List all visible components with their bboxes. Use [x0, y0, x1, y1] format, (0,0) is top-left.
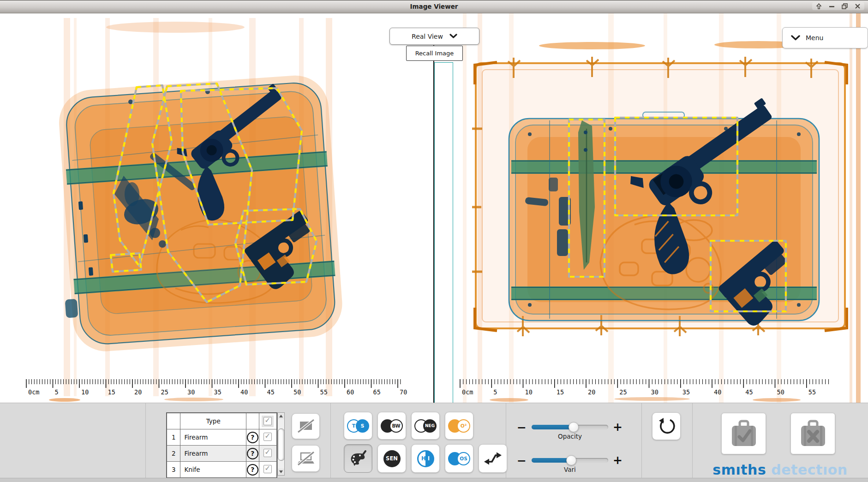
palette-filter-button[interactable] — [344, 444, 372, 473]
reset-view-button[interactable] — [652, 412, 681, 440]
hide-laptop-view-button[interactable] — [292, 445, 320, 472]
row-checkbox[interactable]: ✓ — [263, 449, 272, 457]
smiths-detection-logo: smıths detectıon — [692, 462, 868, 478]
section-divider — [145, 403, 146, 478]
brand-secondary: detectıon — [771, 462, 847, 478]
vari-slider-knob[interactable] — [566, 455, 576, 465]
vari-slider-label: Vari — [532, 466, 608, 473]
help-cell: ? — [246, 462, 259, 478]
svg-text:5: 5 — [493, 388, 497, 396]
view-selector-dropdown[interactable]: Real View — [389, 28, 479, 45]
svg-text:0cm: 0cm — [28, 388, 39, 396]
question-icon[interactable]: ? — [247, 464, 258, 476]
right-xray-image[interactable]: 0cm510152025303540455055 — [454, 13, 868, 403]
vari-decrease-button[interactable]: − — [517, 456, 527, 465]
recall-image-label: Recall Image — [415, 50, 454, 57]
svg-text:20: 20 — [134, 388, 142, 396]
svg-text:55: 55 — [808, 388, 816, 396]
opacity-slider-track[interactable] — [532, 425, 608, 429]
threat-table: Type ✓ 1 Firearm ? ✓ 2 Firearm ? ✓ 3 Kni… — [166, 412, 277, 478]
close-icon[interactable] — [855, 3, 861, 9]
question-icon[interactable]: ? — [247, 432, 258, 443]
sen-icon: SEN — [383, 450, 401, 467]
table-scrollbar[interactable] — [277, 412, 285, 476]
sen-filter-button[interactable]: SEN — [377, 444, 406, 473]
svg-text:50: 50 — [293, 388, 301, 396]
row-number: 3 — [167, 462, 180, 478]
restore-icon[interactable] — [842, 3, 848, 9]
os-filter-button[interactable]: OS — [445, 444, 473, 473]
hide-image-button[interactable] — [292, 413, 320, 439]
threat-type: Knife — [180, 462, 246, 478]
svg-text:65: 65 — [373, 388, 381, 396]
left-xray-image[interactable]: 0cm510152025303540455055606570 — [0, 13, 433, 403]
pin-window-icon[interactable] — [816, 3, 822, 9]
svg-text:40: 40 — [240, 388, 248, 396]
left-ruler: 0cm510152025303540455055606570 — [26, 379, 407, 396]
accept-bag-button[interactable] — [721, 413, 766, 454]
header-select-all: ✓ — [259, 413, 276, 429]
svg-text:25: 25 — [161, 388, 168, 396]
opacity-slider-label: Opacity — [532, 433, 608, 440]
svg-text:55: 55 — [320, 388, 328, 396]
svg-text:25: 25 — [619, 388, 627, 396]
menu-button[interactable]: Menu — [782, 27, 868, 48]
hi-filter-button[interactable]: H I — [411, 444, 440, 473]
transfer-curve-button[interactable] — [479, 444, 507, 473]
vari-increase-button[interactable]: + — [613, 456, 623, 465]
svg-text:40: 40 — [714, 388, 721, 396]
svg-text:45: 45 — [267, 388, 275, 396]
check-cell: ✓ — [259, 446, 276, 462]
svg-text:5: 5 — [55, 388, 59, 396]
chevron-down-icon — [791, 35, 800, 41]
threat-table-header: Type ✓ — [167, 413, 277, 429]
scan-display-area: 0cm510152025303540455055606570 — [0, 13, 868, 403]
scroll-up-button[interactable] — [278, 413, 284, 419]
o2-filter-button[interactable]: O² — [445, 412, 473, 440]
scroll-down-button[interactable] — [278, 469, 284, 475]
opacity-increase-button[interactable]: + — [613, 422, 623, 432]
opacity-slider-knob[interactable] — [569, 422, 579, 432]
help-cell: ? — [246, 446, 259, 462]
slider-section: − + Opacity − + Vari — [511, 412, 636, 477]
view-selector-label: Real View — [412, 33, 443, 40]
svg-text:45: 45 — [745, 388, 753, 396]
row-checkbox[interactable]: ✓ — [263, 433, 272, 441]
row-number: 1 — [167, 429, 180, 446]
minimize-icon[interactable] — [829, 3, 835, 9]
svg-text:30: 30 — [651, 388, 658, 396]
recall-slot-highlight — [434, 62, 453, 415]
opacity-decrease-button[interactable]: − — [517, 423, 527, 432]
threat-type: Firearm — [180, 429, 246, 446]
select-all-checkbox[interactable]: ✓ — [263, 417, 272, 425]
svg-text:15: 15 — [557, 388, 564, 396]
ts-filter-button[interactable]: T S — [344, 412, 372, 440]
recall-image-button[interactable]: Recall Image — [406, 46, 463, 61]
rotate-ccw-icon — [658, 417, 675, 435]
section-divider — [641, 403, 642, 478]
reject-bag-button[interactable] — [790, 413, 835, 454]
vari-slider-track[interactable] — [532, 458, 608, 463]
status-strip — [0, 478, 868, 482]
negative-filter-button[interactable]: NEG — [411, 412, 440, 440]
right-ruler: 0cm510152025303540455055 — [460, 379, 829, 396]
row-checkbox[interactable]: ✓ — [263, 465, 272, 473]
display-off-icon — [298, 419, 314, 433]
menu-label: Menu — [806, 34, 823, 42]
svg-text:50: 50 — [777, 388, 784, 396]
svg-text:10: 10 — [81, 388, 89, 396]
header-type: Type — [180, 413, 246, 429]
detection-row[interactable]: 3 Knife ? ✓ — [167, 462, 277, 478]
header-index — [167, 413, 180, 429]
window-title: Image Viewer — [0, 0, 868, 13]
header-help — [246, 413, 259, 429]
detection-row[interactable]: 1 Firearm ? ✓ — [167, 429, 277, 446]
window-controls — [812, 2, 864, 10]
hi-icon: H I — [417, 450, 434, 467]
check-cell: ✓ — [259, 429, 276, 446]
question-icon[interactable]: ? — [247, 448, 258, 459]
bw-filter-button[interactable]: BW — [377, 412, 406, 440]
detection-row[interactable]: 2 Firearm ? ✓ — [167, 446, 277, 462]
section-divider — [330, 403, 331, 478]
scrollbar-thumb[interactable] — [278, 428, 285, 461]
